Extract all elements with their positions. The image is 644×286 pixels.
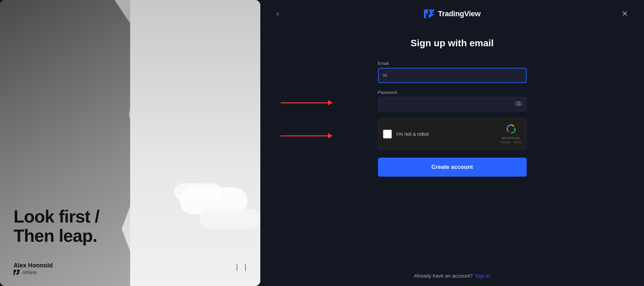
close-button[interactable]: ✕ [619,7,630,21]
recaptcha-box: I'm not a robot reCAPTCHA Priv [378,118,527,150]
quote-line2: Then leap. [14,226,97,245]
password-group: Password [378,90,527,111]
cloud2 [174,183,221,200]
person-role: Athlete [22,270,37,275]
back-button[interactable]: ‹ [274,7,282,21]
logo-area: TradingView [424,9,481,18]
person-role-row: Athlete [14,270,53,275]
recaptcha-right: reCAPTCHA Privacy - Terms [501,124,522,144]
logo-text: TradingView [438,9,481,18]
left-panel: Look first / Then leap. Alex Honnold Ath… [0,0,260,286]
password-label: Password [378,90,527,95]
svg-marker-3 [514,128,515,130]
footer-text: Already have an account? [414,273,473,279]
right-panel: ‹ TradingView ✕ Sign up with email Email… [260,0,644,286]
eye-svg [515,101,522,106]
quote-line1: Look first / [14,207,99,226]
recaptcha-text: I'm not a robot [397,131,429,137]
recaptcha-icon [506,124,516,136]
pause-button[interactable]: ｜｜ [233,262,250,272]
recaptcha-left: I'm not a robot [383,130,429,138]
recaptcha-links: Privacy - Terms [501,140,522,144]
privacy-link[interactable]: Privacy [501,140,511,144]
sky-area [130,0,260,286]
recaptcha-checkbox[interactable] [383,130,392,138]
recaptcha-label: reCAPTCHA [502,136,521,140]
email-input-wrapper: ✉ [378,68,527,83]
form-title: Sign up with email [411,38,494,49]
terms-link[interactable]: Terms [513,140,522,144]
email-label: Email [378,61,527,66]
cloud3 [199,209,260,229]
quote-text: Look first / Then leap. [14,207,99,245]
tv-logo-small [14,270,20,275]
svg-marker-2 [507,128,508,130]
tradingview-logo-icon [14,270,20,275]
pause-icon: ｜｜ [233,262,250,271]
eye-icon[interactable] [515,101,522,108]
recaptcha-logo [506,124,516,134]
header: ‹ TradingView ✕ [260,0,644,28]
quote-overlay: Look first / Then leap. [14,207,99,245]
password-input[interactable] [378,97,527,111]
person-name: Alex Honnold [14,262,53,269]
email-group: Email ✉ [378,61,527,83]
envelope-icon: ✉ [383,72,387,79]
create-account-button[interactable]: Create account [378,158,527,177]
person-info: Alex Honnold Athlete [14,262,53,275]
form-area: Sign up with email Email ✉ Password [334,28,571,265]
svg-point-0 [516,102,522,106]
svg-point-1 [518,103,520,105]
password-input-wrapper [378,97,527,111]
tradingview-logo-icon [424,9,435,18]
email-input[interactable] [378,68,527,83]
footer-bar: Already have an account? Sign in [260,265,644,286]
sign-in-link[interactable]: Sign in [475,273,490,279]
